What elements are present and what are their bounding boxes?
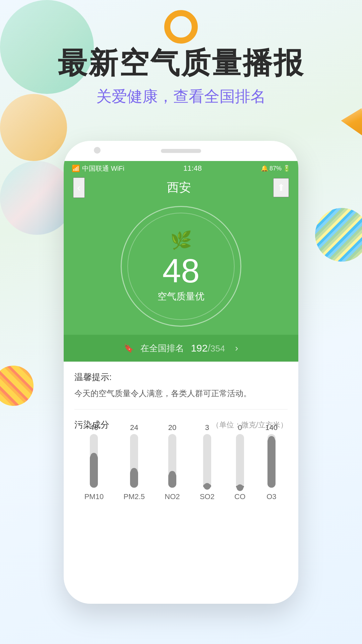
bookmark-icon: 🔖 — [124, 343, 134, 353]
bar-item-pm10: 46 PM10 — [84, 423, 104, 501]
main-title-area: 最新空气质量播报 关爱健康，查看全国排名 — [30, 47, 332, 107]
share-icon: ⬆ — [277, 182, 285, 193]
bar-fill — [168, 472, 176, 488]
status-time: 11:48 — [183, 164, 202, 173]
back-button[interactable]: ‹ — [73, 177, 85, 198]
bar-label: CO — [234, 492, 245, 501]
app-header: ‹ 西安 ⬆ — [64, 176, 298, 199]
bar-dot — [90, 453, 97, 460]
bar-track — [203, 434, 211, 488]
city-title: 西安 — [167, 179, 191, 196]
status-bar: 📶 中国联通 WiFi 11:48 🔔 87% 🔋 — [64, 161, 298, 176]
bar-fill — [236, 486, 244, 488]
bar-item-so2: 3 SO2 — [200, 423, 215, 501]
bar-track — [130, 434, 138, 488]
phone-mockup: 📶 中国联通 WiFi 11:48 🔔 87% 🔋 ‹ 西安 ⬆ 🌿 — [64, 141, 298, 604]
bar-item-o3: 140 O3 — [265, 423, 278, 501]
bar-item-co: 0 CO — [234, 423, 245, 501]
ranking-prefix: 在全国排名 — [140, 342, 184, 354]
bar-fill — [90, 454, 98, 488]
bar-label: NO2 — [165, 492, 180, 501]
bar-dot — [237, 484, 243, 491]
battery-text: 87% — [269, 165, 282, 172]
phone-body: 📶 中国联通 WiFi 11:48 🔔 87% 🔋 ‹ 西安 ⬆ 🌿 — [64, 141, 298, 604]
bar-value: 0 — [238, 423, 242, 432]
status-right: 🔔 87% 🔋 — [261, 165, 290, 172]
aqi-label: 空气质量优 — [158, 290, 204, 303]
pollution-bar-chart: 46 PM10 24 PM2.5 20 NO2 3 SO2 — [74, 441, 288, 515]
bar-label: PM10 — [84, 492, 104, 501]
bar-fill — [267, 437, 276, 488]
bar-dot — [204, 483, 210, 490]
bar-label: O3 — [266, 492, 276, 501]
aqi-circle-outer: 🌿 48 空气质量优 — [121, 206, 241, 327]
bar-fill — [203, 484, 211, 488]
bar-dot — [131, 468, 137, 475]
bar-fill — [130, 469, 138, 488]
alarm-icon: 🔔 — [261, 165, 268, 172]
phone-hardware-bar — [64, 141, 298, 161]
app-subtitle: 关爱健康，查看全国排名 — [30, 86, 332, 107]
top-ring-icon — [164, 10, 198, 44]
phone-speaker — [161, 149, 201, 153]
bar-value: 140 — [265, 423, 278, 432]
bar-label: SO2 — [200, 492, 215, 501]
bar-dot — [169, 471, 176, 478]
pollution-section: 污染成分 （单位：微克/立方米） 46 PM10 24 PM2.5 20 — [64, 410, 298, 524]
bar-item-no2: 20 NO2 — [165, 423, 180, 501]
chevron-right-icon: › — [235, 343, 238, 354]
bar-value: 24 — [130, 423, 138, 432]
ranking-bar[interactable]: 🔖 在全国排名 192/354 › — [64, 335, 298, 362]
app-title: 最新空气质量播报 — [30, 47, 332, 79]
bar-value: 46 — [90, 423, 98, 432]
carrier-text: 中国联通 — [82, 164, 109, 173]
bar-item-pm2.5: 24 PM2.5 — [123, 423, 145, 501]
leaf-icon: 🌿 — [170, 230, 192, 251]
aqi-number: 48 — [162, 254, 199, 287]
phone-bottom — [64, 524, 298, 537]
wifi-icon: WiFi — [111, 165, 124, 172]
tip-title: 温馨提示: — [74, 371, 288, 383]
tip-content: 今天的空气质量令人满意，各类人群可正常活动。 — [74, 387, 288, 400]
bar-track — [168, 434, 176, 488]
bar-track — [90, 434, 98, 488]
bar-value: 20 — [168, 423, 176, 432]
status-left: 📶 中国联通 WiFi — [72, 164, 124, 173]
signal-icon: 📶 — [72, 164, 80, 172]
stripe-circle-bottom — [0, 366, 34, 406]
battery-icon: 🔋 — [283, 165, 290, 172]
bar-dot — [268, 436, 275, 443]
bar-track — [236, 434, 244, 488]
bar-track — [267, 434, 276, 488]
aqi-section: 🌿 48 空气质量优 🔖 在全国排名 192/354 › — [64, 199, 298, 362]
tip-section: 温馨提示: 今天的空气质量令人满意，各类人群可正常活动。 — [64, 362, 298, 409]
ranking-current: 192/354 — [191, 342, 225, 354]
share-button[interactable]: ⬆ — [273, 178, 289, 197]
bar-value: 3 — [205, 423, 209, 432]
aqi-circle-inner: 🌿 48 空气质量优 — [127, 213, 235, 320]
phone-camera — [94, 147, 101, 154]
bar-label: PM2.5 — [123, 492, 145, 501]
stripe-circle-right — [315, 208, 362, 262]
pollution-header: 污染成分 （单位：微克/立方米） — [74, 419, 288, 431]
bg-deco-circle-3 — [0, 161, 74, 235]
